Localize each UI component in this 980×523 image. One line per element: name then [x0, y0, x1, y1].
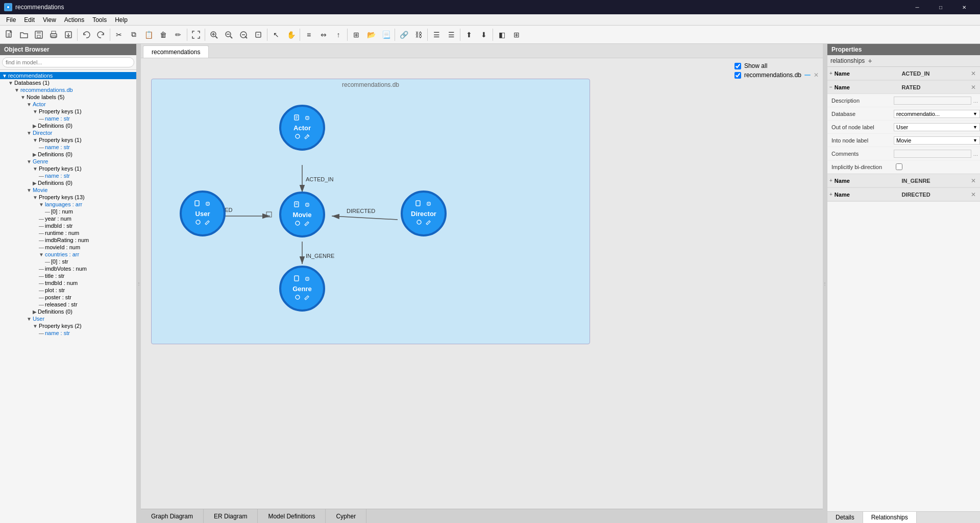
tab-recommendations[interactable]: recommendations [143, 45, 209, 58]
move-up-button[interactable]: ⬆ [462, 28, 476, 42]
tree-item-poster[interactable]: — poster : str [0, 294, 136, 301]
menu-tools[interactable]: Tools [88, 15, 111, 25]
tree-item-director-props[interactable]: ▼ Property keys (1) [0, 136, 136, 144]
rated-database-dropdown[interactable]: recommendatio... ▼ [894, 110, 980, 118]
tree-item-user-name[interactable]: — name : str [0, 329, 136, 337]
rated-into-node-dropdown[interactable]: Movie ▼ [894, 136, 980, 145]
tree-item-director-defs[interactable]: ▶ Definitions (0) [0, 151, 136, 158]
cut-button[interactable]: ✂ [112, 28, 126, 42]
tree-item-genre[interactable]: ▼ Genre [0, 158, 136, 165]
print-button[interactable] [46, 28, 61, 42]
up-button[interactable]: ↑ [331, 28, 346, 42]
panel-left-button[interactable]: ◧ [495, 28, 509, 42]
close-db-icon[interactable]: ✕ [814, 72, 819, 79]
paste-button[interactable]: 📋 [141, 28, 156, 42]
rated-close-button[interactable]: ✕ [969, 84, 978, 91]
tree-item-actor-props[interactable]: ▼ Property keys (1) [0, 108, 136, 115]
panel-tab-details[interactable]: Details [827, 512, 863, 523]
tree-item-genre-name[interactable]: — name : str [0, 172, 136, 179]
tree-item-user-props[interactable]: ▼ Property keys (2) [0, 322, 136, 329]
tree-item-countries[interactable]: ▼ countries : arr [0, 251, 136, 258]
chain-break-button[interactable]: ⛓ [411, 28, 426, 42]
chain-link-button[interactable]: 🔗 [397, 28, 411, 42]
tree-item-languages[interactable]: ▼ languages : arr [0, 201, 136, 208]
tree-item-movieid[interactable]: — movieId : num [0, 244, 136, 251]
directed-expand-icon[interactable]: + [829, 192, 832, 197]
bottom-tab-er[interactable]: ER Diagram [204, 509, 258, 523]
list-right-button[interactable]: ☰ [444, 28, 458, 42]
rated-description-input[interactable] [894, 97, 971, 105]
db-checkbox[interactable] [734, 72, 741, 79]
bottom-tab-model[interactable]: Model Definitions [258, 509, 326, 523]
cursor-button[interactable]: ↖ [269, 28, 283, 42]
tree-item-genre-props[interactable]: ▼ Property keys (1) [0, 165, 136, 172]
open-button[interactable] [17, 28, 31, 42]
node-movie[interactable]: Movie [279, 192, 325, 237]
fullscreen-button[interactable] [189, 28, 203, 42]
rated-out-node-dropdown[interactable]: User ▼ [894, 123, 980, 131]
tree-item-year[interactable]: — year : num [0, 215, 136, 222]
bottom-tab-graph[interactable]: Graph Diagram [141, 509, 204, 523]
tree-item-imdbvotes[interactable]: — imdbVotes : num [0, 265, 136, 272]
zoom-in-button[interactable] [207, 28, 221, 42]
diagram-area[interactable]: Show all recommendations.db ✕ recommenda… [141, 58, 823, 509]
left-resize-handle[interactable]: ⋮ [137, 44, 141, 523]
link-button[interactable]: ⇔ [316, 28, 331, 42]
move-down-button[interactable]: ⬇ [477, 28, 491, 42]
file-add-button[interactable]: 📃 [379, 28, 393, 42]
folder-open-button[interactable]: 📂 [364, 28, 378, 42]
save-button[interactable] [32, 28, 46, 42]
relationships-tab-label[interactable]: relationships [830, 57, 865, 64]
acted-in-expand-icon[interactable]: + [829, 70, 832, 76]
tree-item-databases[interactable]: ▼ Databases (1) [0, 79, 136, 86]
panel-split-button[interactable]: ⊞ [509, 28, 524, 42]
menu-view[interactable]: View [39, 15, 60, 25]
menu-help[interactable]: Help [111, 15, 132, 25]
add-relationship-button[interactable]: + [868, 57, 872, 65]
node-genre[interactable]: Genre [279, 266, 325, 312]
close-button[interactable]: ✕ [952, 0, 976, 14]
search-input[interactable] [2, 57, 134, 67]
tree-item-director[interactable]: ▼ Director [0, 129, 136, 136]
menu-actions[interactable]: Actions [60, 15, 88, 25]
tree-item-plot[interactable]: — plot : str [0, 287, 136, 294]
grid-button[interactable]: ⊞ [349, 28, 363, 42]
node-director[interactable]: Director [401, 191, 447, 236]
rated-comments-input[interactable] [894, 150, 971, 158]
delete-button[interactable]: 🗑 [156, 28, 170, 42]
directed-close-button[interactable]: ✕ [969, 191, 978, 198]
undo-button[interactable] [79, 28, 93, 42]
tree-item-imdbid[interactable]: — imdbId : str [0, 222, 136, 229]
rated-expand-icon[interactable]: − [829, 84, 832, 90]
tree-item-released[interactable]: — released : str [0, 301, 136, 308]
minimize-button[interactable]: ─ [905, 0, 929, 14]
tree-item-tmdbid[interactable]: — tmdbId : num [0, 279, 136, 287]
tree-item-genre-defs[interactable]: ▶ Definitions (0) [0, 179, 136, 186]
tree-item-actor-name[interactable]: — name : str [0, 115, 136, 122]
in-genre-expand-icon[interactable]: + [829, 178, 832, 183]
tree-item-movie-props[interactable]: ▼ Property keys (13) [0, 194, 136, 201]
zoom-out-button[interactable] [222, 28, 236, 42]
tree-item-countries-0[interactable]: — [0] : str [0, 258, 136, 265]
panel-tab-relationships[interactable]: Relationships [863, 512, 917, 523]
tree-item-recommendations[interactable]: ▼ recommendations [0, 72, 136, 79]
menu-edit[interactable]: Edit [20, 15, 39, 25]
tree-item-lang-0[interactable]: — [0] : num [0, 208, 136, 215]
node-actor[interactable]: Actor [279, 105, 325, 151]
zoom-actual-button[interactable] [251, 28, 265, 42]
new-file-button[interactable] [2, 28, 16, 42]
copy-button[interactable]: ⧉ [127, 28, 141, 42]
tree-item-movie-defs[interactable]: ▶ Definitions (0) [0, 308, 136, 315]
tree-item-runtime[interactable]: — runtime : num [0, 229, 136, 236]
restore-button[interactable]: □ [929, 0, 952, 14]
export-button[interactable] [61, 28, 76, 42]
tree-item-imdbrating[interactable]: — imdbRating : num [0, 236, 136, 244]
rated-bidirection-checkbox[interactable] [896, 163, 902, 170]
acted-in-close-button[interactable]: ✕ [969, 70, 978, 77]
node-user[interactable]: User [180, 191, 226, 236]
tree-item-director-name[interactable]: — name : str [0, 144, 136, 151]
tree-item-title[interactable]: — title : str [0, 272, 136, 279]
edit-icon-button[interactable]: ✏ [171, 28, 185, 42]
list-left-button[interactable]: ☰ [429, 28, 444, 42]
right-resize-handle[interactable]: ⋮ [823, 44, 827, 523]
